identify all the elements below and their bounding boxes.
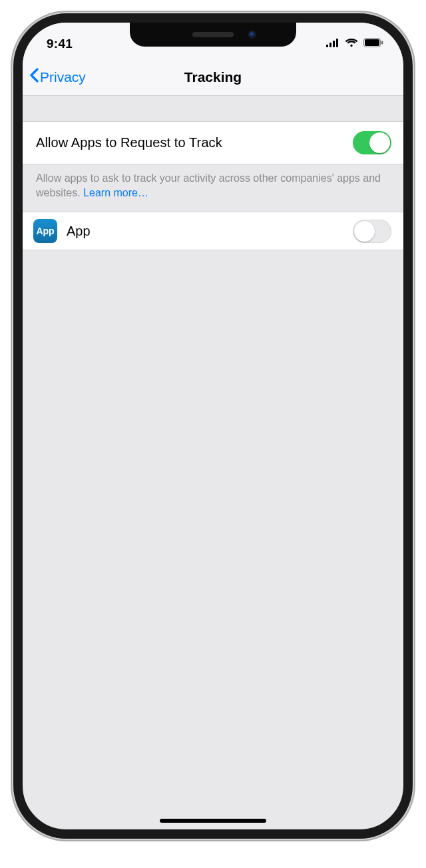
back-button[interactable]: Privacy [29, 68, 86, 86]
svg-rect-2 [333, 41, 335, 47]
chevron-left-icon [29, 68, 39, 86]
app-icon-label: App [36, 226, 54, 236]
allow-tracking-footer: Allow apps to ask to track your activity… [23, 164, 403, 212]
content: Allow Apps to Request to Track Allow app… [23, 96, 403, 829]
allow-tracking-label: Allow Apps to Request to Track [36, 135, 222, 150]
front-camera [248, 31, 256, 39]
svg-rect-5 [365, 39, 379, 46]
allow-tracking-toggle[interactable] [353, 131, 391, 154]
app-name-label: App [67, 224, 343, 239]
battery-icon [363, 38, 383, 50]
speaker-grille [192, 32, 234, 37]
home-indicator[interactable] [160, 819, 266, 823]
page-title: Tracking [184, 69, 242, 85]
back-label: Privacy [40, 69, 86, 85]
phone-frame: 9:41 Privacy Tracking Allow Apps to Requ… [13, 13, 413, 839]
svg-rect-0 [326, 45, 328, 47]
toggle-knob [369, 132, 390, 153]
svg-rect-1 [329, 43, 331, 47]
app-tracking-toggle[interactable] [353, 220, 391, 243]
cellular-signal-icon [326, 38, 339, 50]
status-indicators [326, 38, 383, 50]
notch [130, 23, 296, 47]
toggle-knob [354, 221, 375, 242]
allow-tracking-row: Allow Apps to Request to Track [23, 121, 403, 164]
app-row: App App [23, 212, 403, 250]
learn-more-link[interactable]: Learn more… [83, 187, 148, 198]
svg-rect-6 [381, 41, 383, 45]
wifi-icon [345, 38, 358, 50]
section-spacer [23, 96, 403, 121]
navigation-bar: Privacy Tracking [23, 59, 403, 96]
svg-rect-3 [336, 39, 338, 47]
status-time: 9:41 [47, 37, 73, 51]
app-icon: App [33, 219, 57, 243]
